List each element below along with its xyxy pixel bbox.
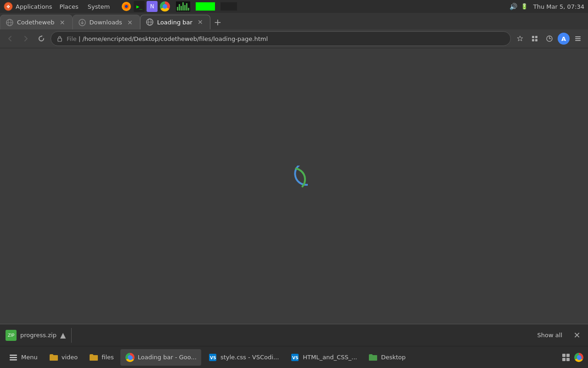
taskbar-files-button[interactable]: files <box>84 349 119 366</box>
applications-menu[interactable]: ❖ Applications <box>4 2 52 11</box>
url-scheme: File <box>67 35 77 42</box>
tab1-favicon <box>6 19 13 26</box>
download-file-icon: ZIP <box>6 330 17 341</box>
taskbar-menu-label: Menu <box>21 354 38 361</box>
extensions-button[interactable] <box>528 32 541 45</box>
taskbar-loading-bar-label: Loading bar - Goo... <box>138 354 197 361</box>
svg-rect-31 <box>566 354 570 357</box>
svg-rect-33 <box>566 358 570 361</box>
menu-button[interactable] <box>571 32 584 45</box>
firefox-icon[interactable] <box>121 1 132 12</box>
tab-downloads[interactable]: Downloads ✕ <box>73 15 140 29</box>
system-menu[interactable]: System <box>86 2 112 11</box>
download-filename: progress.zip <box>20 332 57 339</box>
svg-rect-30 <box>562 354 565 357</box>
firefox-sync-button[interactable] <box>543 32 556 45</box>
tab2-favicon <box>79 19 86 26</box>
tab2-title: Downloads <box>90 19 122 26</box>
tab2-close-button[interactable]: ✕ <box>126 18 134 27</box>
svg-rect-13 <box>532 36 534 38</box>
svg-rect-24 <box>10 357 17 358</box>
taskbar-desktop-button[interactable]: Desktop <box>363 349 410 366</box>
svg-rect-15 <box>532 39 534 41</box>
chrome-icon[interactable] <box>159 1 170 12</box>
app-menu-icon: ❖ <box>4 2 13 11</box>
browser-content <box>0 48 588 310</box>
cpu-bar-dark <box>220 2 237 11</box>
toolbar-icons: A <box>514 32 584 45</box>
taskbar-htmlcss-button[interactable]: VS HTML_and_CSS_... <box>285 349 362 366</box>
profile-avatar[interactable]: A <box>558 33 570 45</box>
tab3-title: Loading bar <box>157 19 192 26</box>
svg-text:VS: VS <box>210 356 216 360</box>
taskbar-menu-button[interactable]: Menu <box>4 349 42 366</box>
tab1-title: Codetheweb <box>17 19 55 26</box>
taskbar-right <box>560 352 584 363</box>
taskbar-vscode2-icon: VS <box>290 352 300 362</box>
system-bar-left: ❖ Applications Places System ▶_ N <box>4 1 237 12</box>
quick-launch-apps: ▶_ N <box>121 1 170 12</box>
taskbar-video-button[interactable]: video <box>44 349 83 366</box>
places-menu[interactable]: Places <box>57 2 80 11</box>
taskbar-stylecss-button[interactable]: VS style.css - VSCodi... <box>203 349 283 366</box>
download-bar: ZIP progress.zip ▲ Show all ✕ <box>0 324 588 346</box>
system-bar: ❖ Applications Places System ▶_ N <box>0 0 588 13</box>
system-monitor <box>176 1 190 12</box>
tab3-close-button[interactable]: ✕ <box>196 18 204 26</box>
folder-video-icon <box>49 352 59 362</box>
taskbar-htmlcss-label: HTML_and_CSS_... <box>303 354 357 361</box>
folder-files-icon <box>89 352 99 362</box>
notion-icon[interactable]: N <box>147 1 158 12</box>
folder-desktop-icon <box>368 352 378 362</box>
reload-button[interactable] <box>35 32 48 45</box>
cpu-bar-green <box>196 2 215 11</box>
applications-label: Applications <box>16 3 52 10</box>
back-button[interactable] <box>4 32 17 45</box>
url-text: File | /home/encripted/Desktop/codethewe… <box>67 35 505 42</box>
svg-rect-32 <box>562 358 565 361</box>
new-tab-button[interactable]: + <box>210 15 225 29</box>
download-bar-close-button[interactable]: ✕ <box>571 330 582 341</box>
volume-icon[interactable]: 🔊 <box>509 3 517 10</box>
svg-rect-18 <box>575 36 581 37</box>
tab-codetheweb[interactable]: Codetheweb ✕ <box>0 15 73 29</box>
download-expand-button[interactable]: ▲ <box>60 331 66 339</box>
taskbar-tray-chrome-icon[interactable] <box>573 352 584 363</box>
svg-text:VS: VS <box>292 356 298 360</box>
datetime-display: Thu Mar 5, 07:34 <box>533 3 584 10</box>
tab1-close-button[interactable]: ✕ <box>58 18 67 27</box>
browser-chrome: Codetheweb ✕ Downloads ✕ Loading bar ✕ + <box>0 13 588 48</box>
system-tray: 🔊 🔋 Thu Mar 5, 07:34 <box>509 3 584 10</box>
secure-icon <box>57 35 63 42</box>
bookmark-star-button[interactable] <box>514 32 526 45</box>
svg-rect-20 <box>575 40 581 41</box>
taskbar-video-label: video <box>62 354 78 361</box>
forward-button[interactable] <box>19 32 32 45</box>
svg-rect-16 <box>535 39 537 41</box>
svg-text:❖: ❖ <box>6 4 11 9</box>
download-separator <box>71 328 72 343</box>
show-all-button[interactable]: Show all <box>534 330 566 340</box>
url-path: /home/encripted/Desktop/codetheweb/files… <box>82 35 268 42</box>
taskbar-desktop-label: Desktop <box>381 354 406 361</box>
download-item: ZIP progress.zip ▲ <box>6 330 66 341</box>
svg-rect-25 <box>10 359 17 361</box>
svg-rect-12 <box>58 38 62 41</box>
taskbar-chrome-icon <box>125 352 135 362</box>
loading-spinner <box>280 166 308 193</box>
tab-loading-bar[interactable]: Loading bar ✕ <box>140 15 210 29</box>
menu-icon <box>8 352 18 362</box>
svg-rect-14 <box>535 36 537 38</box>
taskbar-vscode1-icon: VS <box>208 352 218 362</box>
address-bar: File | /home/encripted/Desktop/codethewe… <box>0 29 588 48</box>
battery-icon: 🔋 <box>521 3 528 10</box>
taskbar-grid-icon[interactable] <box>560 352 571 363</box>
url-bar[interactable]: File | /home/encripted/Desktop/codethewe… <box>51 31 511 46</box>
taskbar-stylecss-label: style.css - VSCodi... <box>220 354 279 361</box>
svg-point-4 <box>125 5 128 8</box>
terminal-icon[interactable]: ▶_ <box>134 1 145 12</box>
taskbar-loading-bar-button[interactable]: Loading bar - Goo... <box>120 349 201 366</box>
taskbar-files-label: files <box>102 354 114 361</box>
svg-rect-23 <box>10 355 17 356</box>
tabs-bar: Codetheweb ✕ Downloads ✕ Loading bar ✕ + <box>0 13 588 29</box>
